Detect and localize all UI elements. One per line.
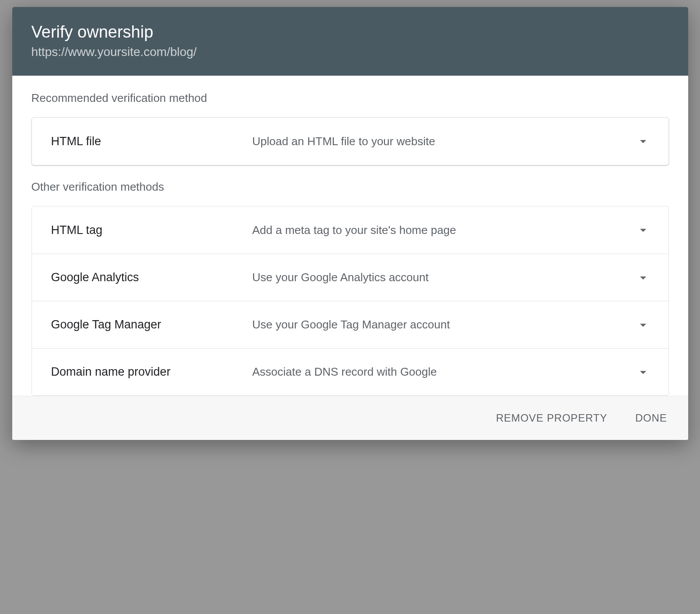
other-methods-label: Other verification methods: [32, 180, 669, 194]
method-name: Google Analytics: [51, 271, 252, 284]
method-desc: Use your Google Analytics account: [252, 271, 635, 284]
dialog-subtitle: https://www.yoursite.com/blog/: [32, 45, 669, 59]
method-google-tag-manager[interactable]: Google Tag Manager Use your Google Tag M…: [32, 301, 668, 348]
other-methods-card: HTML tag Add a meta tag to your site's h…: [32, 206, 669, 396]
method-name: HTML tag: [51, 223, 252, 237]
method-name: HTML file: [51, 135, 252, 148]
method-name: Domain name provider: [51, 365, 252, 379]
chevron-down-icon: [635, 364, 651, 380]
chevron-down-icon: [635, 222, 651, 238]
method-name: Google Tag Manager: [51, 318, 252, 331]
dialog-body: Recommended verification method HTML fil…: [12, 76, 688, 396]
recommended-method-card: HTML file Upload an HTML file to your we…: [32, 117, 669, 165]
done-button[interactable]: DONE: [634, 408, 669, 428]
chevron-down-icon: [635, 317, 651, 333]
modal-backdrop: Verify ownership https://www.yoursite.co…: [0, 0, 700, 614]
recommended-label: Recommended verification method: [32, 91, 669, 105]
dialog-title: Verify ownership: [32, 23, 669, 42]
chevron-down-icon: [635, 270, 651, 286]
dialog-header: Verify ownership https://www.yoursite.co…: [12, 7, 688, 76]
method-google-analytics[interactable]: Google Analytics Use your Google Analyti…: [32, 254, 668, 301]
dialog-footer: REMOVE PROPERTY DONE: [12, 396, 688, 440]
method-html-file[interactable]: HTML file Upload an HTML file to your we…: [32, 118, 668, 165]
method-domain-name-provider[interactable]: Domain name provider Associate a DNS rec…: [32, 348, 668, 395]
method-html-tag[interactable]: HTML tag Add a meta tag to your site's h…: [32, 206, 668, 254]
method-desc: Associate a DNS record with Google: [252, 365, 635, 379]
method-desc: Add a meta tag to your site's home page: [252, 223, 635, 237]
remove-property-button[interactable]: REMOVE PROPERTY: [494, 408, 609, 428]
verify-ownership-dialog: Verify ownership https://www.yoursite.co…: [12, 7, 688, 440]
method-desc: Use your Google Tag Manager account: [252, 318, 635, 331]
method-desc: Upload an HTML file to your website: [252, 135, 635, 148]
chevron-down-icon: [635, 133, 651, 149]
